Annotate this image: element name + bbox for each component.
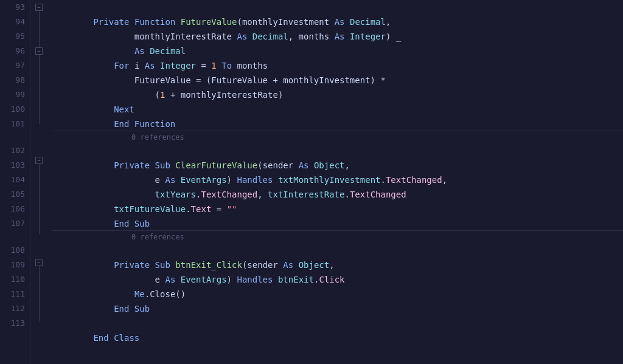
collapse-sub2-button[interactable]: − bbox=[35, 259, 43, 266]
collapse-minus-icon2: − bbox=[37, 49, 40, 54]
code-line-102: Private Sub ClearFutureValue(sender As O… bbox=[52, 143, 623, 158]
collapse-minus-icon4: − bbox=[37, 260, 40, 266]
code-line-100: End Function bbox=[52, 102, 623, 117]
ref-label-sub1: 0 references bbox=[52, 131, 623, 143]
collapse-function-button[interactable]: − bbox=[35, 4, 43, 11]
collapse-for-button[interactable]: − bbox=[35, 47, 43, 55]
collapse-sub1-button[interactable]: − bbox=[35, 157, 43, 164]
code-line-113: End Class bbox=[52, 316, 623, 331]
code-line-108: Private Sub btnExit_Click(sender As Obje… bbox=[52, 243, 623, 258]
ref-label-sub2: 0 references bbox=[52, 231, 623, 243]
code-area: Private Function FutureValue(monthlyInve… bbox=[49, 0, 623, 364]
collapse-minus-icon: − bbox=[37, 5, 40, 10]
code-editor: 93 94 95 96 97 98 99 100 101 102 103 104… bbox=[0, 0, 623, 364]
code-line-93: Private Function FutureValue(monthlyInve… bbox=[52, 0, 623, 15]
collapse-minus-icon3: − bbox=[37, 158, 40, 163]
line-numbers: 93 94 95 96 97 98 99 100 101 102 103 104… bbox=[0, 0, 30, 364]
gutter: − − − − bbox=[30, 0, 49, 364]
